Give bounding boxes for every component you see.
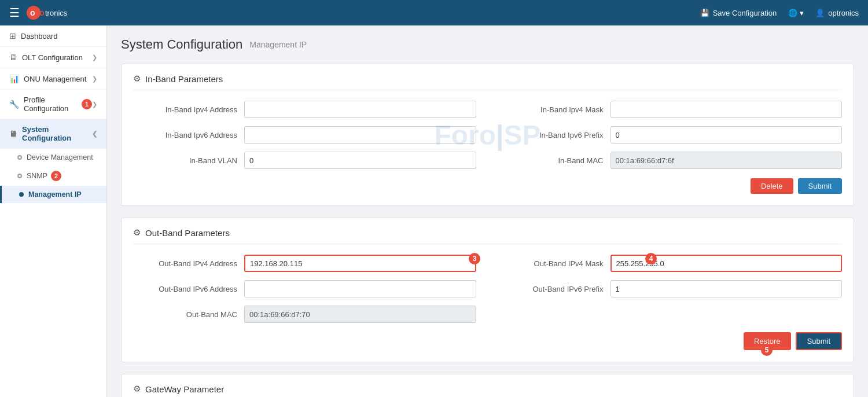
top-navigation: ☰ o o tronics 💾 Save Configuration 🌐 ▾ 👤… xyxy=(0,0,868,25)
inband-ipv6prefix-label: In-Band Ipv6 Prefix xyxy=(499,131,604,139)
inband-ipv6-label: In-Band Ipv6 Address xyxy=(133,131,237,139)
sidebar-item-olt-config[interactable]: 🖥 OLT Configuration ❯ xyxy=(0,47,106,68)
outband-form-grid: Out-Band IPv4 Address Out-Band IPv6 Addr… xyxy=(133,255,842,323)
svg-text:tronics: tronics xyxy=(45,9,68,17)
inband-right: In-Band Ipv4 Mask In-Band Ipv6 Prefix In… xyxy=(499,101,843,169)
sidebar-item-profile-config[interactable]: 🔧 Profile Configuration 1 ❯ xyxy=(0,90,106,119)
sub-dot-icon xyxy=(17,174,22,178)
username-label: optronics xyxy=(828,9,859,17)
sidebar-sub-label: SNMP xyxy=(27,172,47,180)
annotation-4: 4 xyxy=(645,253,657,264)
inband-section: Foro|SP ⚙ In-Band Parameters In-Band Ipv… xyxy=(121,64,854,206)
inband-mask-row: In-Band Ipv4 Mask xyxy=(499,101,843,118)
logo: o o tronics xyxy=(27,4,96,21)
inband-vlan-label: In-Band VLAN xyxy=(133,156,237,165)
outband-ipv6-row: Out-Band IPv6 Address xyxy=(133,280,476,297)
sidebar-sub-label: Management IP xyxy=(28,190,82,198)
onu-icon: 📊 xyxy=(9,74,19,83)
save-config-button[interactable]: 💾 Save Configuration xyxy=(700,9,777,17)
logo-svg: o o tronics xyxy=(27,4,96,21)
outband-section-title: ⚙ Out-Band Parameters xyxy=(133,227,842,244)
outband-submit-button[interactable]: Submit xyxy=(796,332,842,350)
chevron-right-icon: ❯ xyxy=(92,75,97,83)
inband-ipv4-input[interactable] xyxy=(244,101,476,118)
outband-icon: ⚙ xyxy=(133,227,141,238)
outband-ipv6-label: Out-Band IPv6 Address xyxy=(133,285,237,293)
sidebar-item-label: OLT Configuration xyxy=(22,53,83,62)
sub-dot-active-icon xyxy=(19,192,24,197)
inband-ipv4-label: In-Band Ipv4 Address xyxy=(133,105,237,114)
annotation-5: 5 xyxy=(761,344,773,356)
chevron-right-icon: ❯ xyxy=(92,101,97,108)
hamburger-menu[interactable]: ☰ xyxy=(9,6,20,20)
outband-mac-label: Out-Band MAC xyxy=(133,310,237,319)
outband-title-text: Out-Band Parameters xyxy=(145,228,230,238)
inband-title-text: In-Band Parameters xyxy=(145,74,223,84)
inband-ipv6-row: In-Band Ipv6 Address xyxy=(133,126,476,144)
outband-ipv6prefix-row: Out-Band IPv6 Prefix xyxy=(499,280,843,297)
dashboard-icon: ⊞ xyxy=(9,31,16,41)
outband-ipv4-input[interactable] xyxy=(244,255,476,272)
inband-vlan-row: In-Band VLAN xyxy=(133,152,476,169)
save-config-label: Save Configuration xyxy=(713,9,777,17)
profile-icon: 🔧 xyxy=(9,100,19,109)
outband-btn-row: Restore Submit xyxy=(133,332,842,350)
main-content: System Configuration Management IP Foro|… xyxy=(107,25,868,397)
outband-left: Out-Band IPv4 Address Out-Band IPv6 Addr… xyxy=(133,255,476,323)
sidebar-sub-item-device-mgmt[interactable]: Device Management xyxy=(0,149,106,166)
sidebar-item-label: Dashboard xyxy=(21,32,58,41)
save-icon: 💾 xyxy=(700,9,709,17)
outband-ipv6prefix-input[interactable] xyxy=(610,280,843,297)
inband-mac-input xyxy=(610,152,843,169)
annotation-3: 3 xyxy=(469,253,480,264)
inband-delete-button[interactable]: Delete xyxy=(751,178,793,194)
page-header: System Configuration Management IP xyxy=(121,37,854,52)
inband-ipv6prefix-input[interactable] xyxy=(610,126,843,144)
inband-section-title: ⚙ In-Band Parameters xyxy=(133,73,842,90)
user-icon: 👤 xyxy=(815,9,825,17)
inband-mac-row: In-Band MAC xyxy=(499,152,843,169)
inband-vlan-input[interactable] xyxy=(244,152,476,169)
sidebar-sub-label: Device Management xyxy=(27,153,93,161)
inband-mask-input[interactable] xyxy=(610,101,843,118)
outband-ipv4-label: Out-Band IPv4 Address xyxy=(133,259,237,268)
sidebar-item-label: System Configuration xyxy=(22,125,92,142)
outband-ipv6-input[interactable] xyxy=(244,280,476,297)
user-menu[interactable]: 👤 optronics xyxy=(815,9,859,17)
inband-ipv4-row: In-Band Ipv4 Address xyxy=(133,101,476,118)
inband-ipv6-input[interactable] xyxy=(244,126,476,144)
sidebar-item-label: Profile Configuration xyxy=(24,95,78,113)
outband-ipv6prefix-label: Out-Band IPv6 Prefix xyxy=(499,285,604,293)
svg-text:o: o xyxy=(30,8,35,17)
outband-mac-row: Out-Band MAC xyxy=(133,306,476,323)
profile-badge: 1 xyxy=(82,99,92,109)
gateway-title-text: GateWay Parameter xyxy=(145,384,224,394)
inband-submit-button[interactable]: Submit xyxy=(798,178,842,194)
globe-icon: 🌐 xyxy=(788,9,797,17)
outband-ipv4-row: Out-Band IPv4 Address xyxy=(133,255,476,272)
sidebar-item-dashboard[interactable]: ⊞ Dashboard xyxy=(0,25,106,47)
chevron-right-icon: ❯ xyxy=(92,54,97,61)
sidebar-sub-item-snmp[interactable]: SNMP 2 xyxy=(0,166,106,186)
chevron-left-icon: ❮ xyxy=(92,130,97,138)
sidebar: ⊞ Dashboard 🖥 OLT Configuration ❯ 📊 ONU … xyxy=(0,25,107,397)
sidebar-item-system-config[interactable]: 🖥 System Configuration ❮ xyxy=(0,119,106,149)
inband-form-grid: In-Band Ipv4 Address In-Band Ipv6 Addres… xyxy=(133,101,842,169)
sidebar-sub-item-mgmt-ip[interactable]: Management IP xyxy=(0,186,106,203)
outband-mac-input xyxy=(244,306,476,323)
inband-mac-label: In-Band MAC xyxy=(499,156,604,165)
outband-section: 3 4 5 ⚙ Out-Band Parameters Out-Band IPv… xyxy=(121,218,854,362)
inband-mask-label: In-Band Ipv4 Mask xyxy=(499,105,604,114)
gateway-section-title: ⚙ GateWay Parameter xyxy=(133,384,842,397)
chevron-down-icon: ▾ xyxy=(800,9,804,17)
gateway-section: 6 7 ⚙ GateWay Parameter IPv4 GateWay IPv… xyxy=(121,374,854,397)
inband-left: In-Band Ipv4 Address In-Band Ipv6 Addres… xyxy=(133,101,476,169)
language-selector[interactable]: 🌐 ▾ xyxy=(788,9,804,17)
gateway-icon: ⚙ xyxy=(133,384,141,394)
outband-mask-row: Out-Band IPv4 Mask xyxy=(499,255,843,272)
sub-dot-icon xyxy=(17,155,22,160)
sidebar-item-onu-mgmt[interactable]: 📊 ONU Management ❯ xyxy=(0,68,106,90)
outband-right: Out-Band IPv4 Mask Out-Band IPv6 Prefix xyxy=(499,255,843,323)
outband-mask-label: Out-Band IPv4 Mask xyxy=(499,259,604,268)
page-title: System Configuration xyxy=(121,37,242,52)
